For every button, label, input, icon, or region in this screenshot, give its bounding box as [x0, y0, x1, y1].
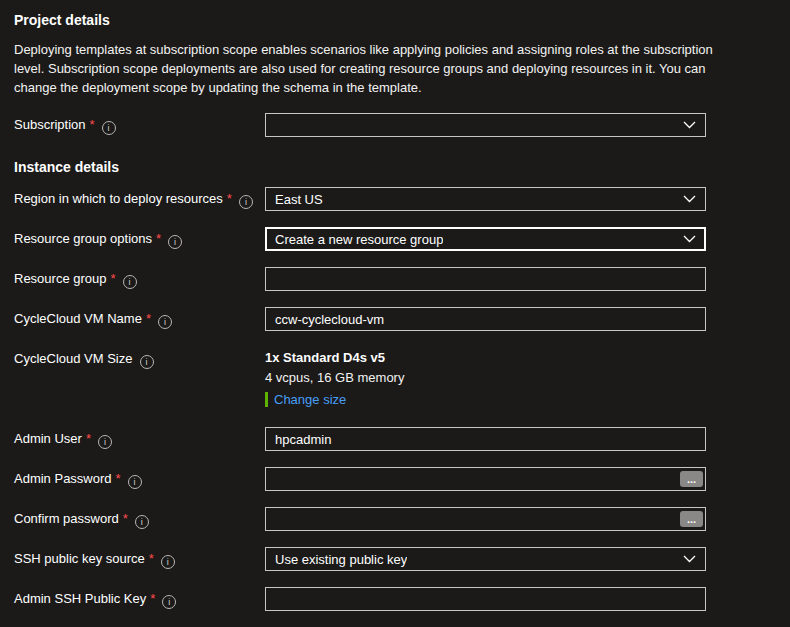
- required-asterisk: *: [146, 311, 151, 326]
- confirm-password-input[interactable]: [265, 507, 706, 531]
- required-asterisk: *: [111, 271, 116, 286]
- selection-indicator-bar: [265, 392, 268, 407]
- info-icon[interactable]: i: [123, 275, 137, 289]
- region-label: Region in which to deploy resources: [14, 191, 223, 206]
- instance-details-heading: Instance details: [14, 159, 776, 175]
- chevron-down-icon: [683, 195, 696, 203]
- info-icon[interactable]: i: [239, 195, 253, 209]
- resource-group-options-label: Resource group options: [14, 231, 152, 246]
- info-icon[interactable]: i: [161, 555, 175, 569]
- info-icon[interactable]: i: [158, 315, 172, 329]
- field-row-vm-size: CycleCloud VM Sizei 1x Standard D4s v5 4…: [14, 347, 776, 407]
- field-row-admin-user: Admin User*i: [14, 427, 776, 451]
- ssh-source-label: SSH public key source: [14, 551, 145, 566]
- required-asterisk: *: [86, 431, 91, 446]
- vm-size-specs: 4 vcpus, 16 GB memory: [265, 370, 706, 385]
- password-options-button[interactable]: ...: [680, 511, 703, 527]
- info-icon[interactable]: i: [140, 355, 154, 369]
- confirm-password-label: Confirm password: [14, 511, 119, 526]
- password-options-button[interactable]: ...: [680, 471, 703, 487]
- admin-user-input[interactable]: [265, 427, 706, 451]
- chevron-down-icon: [683, 121, 696, 129]
- info-icon[interactable]: i: [102, 121, 116, 135]
- required-asterisk: *: [227, 191, 232, 206]
- required-asterisk: *: [90, 117, 95, 132]
- subscription-dropdown[interactable]: [265, 113, 706, 137]
- vm-size-label: CycleCloud VM Size: [14, 351, 133, 366]
- resource-group-input[interactable]: [265, 267, 706, 291]
- info-icon[interactable]: i: [162, 595, 176, 609]
- vm-size-display: 1x Standard D4s v5 4 vcpus, 16 GB memory…: [265, 347, 706, 407]
- field-row-resource-group: Resource group*i: [14, 267, 776, 291]
- vm-name-input[interactable]: [265, 307, 706, 331]
- vm-name-label: CycleCloud VM Name: [14, 311, 142, 326]
- subscription-label: Subscription: [14, 117, 86, 132]
- info-icon[interactable]: i: [135, 515, 149, 529]
- admin-user-label: Admin User: [14, 431, 82, 446]
- resource-group-label: Resource group: [14, 271, 107, 286]
- resource-group-options-value: Create a new resource group: [275, 232, 443, 247]
- ssh-source-value: Use existing public key: [275, 552, 407, 567]
- field-row-ssh-source: SSH public key source*i Use existing pub…: [14, 547, 776, 571]
- ssh-key-label: Admin SSH Public Key: [14, 591, 146, 606]
- field-row-subscription: Subscription*i: [14, 113, 776, 137]
- required-asterisk: *: [149, 551, 154, 566]
- field-row-ssh-key: Admin SSH Public Key*i: [14, 587, 776, 611]
- project-details-heading: Project details: [14, 12, 776, 28]
- field-row-region: Region in which to deploy resources*i Ea…: [14, 187, 776, 211]
- info-icon[interactable]: i: [168, 235, 182, 249]
- required-asterisk: *: [116, 471, 121, 486]
- chevron-down-icon: [683, 555, 696, 563]
- field-row-confirm-password: Confirm password*i ...: [14, 507, 776, 531]
- ssh-key-input[interactable]: [265, 587, 706, 611]
- chevron-down-icon: [683, 235, 696, 243]
- change-size-link[interactable]: Change size: [274, 392, 346, 407]
- vm-size-title: 1x Standard D4s v5: [265, 350, 706, 365]
- info-icon[interactable]: i: [128, 475, 142, 489]
- field-row-vm-name: CycleCloud VM Name*i: [14, 307, 776, 331]
- ssh-source-dropdown[interactable]: Use existing public key: [265, 547, 706, 571]
- resource-group-options-dropdown[interactable]: Create a new resource group: [265, 227, 706, 251]
- admin-password-input[interactable]: [265, 467, 706, 491]
- required-asterisk: *: [156, 231, 161, 246]
- required-asterisk: *: [150, 591, 155, 606]
- required-asterisk: *: [123, 511, 128, 526]
- field-row-admin-password: Admin Password*i ...: [14, 467, 776, 491]
- project-details-description: Deploying templates at subscription scop…: [14, 40, 714, 97]
- info-icon[interactable]: i: [98, 435, 112, 449]
- region-dropdown[interactable]: East US: [265, 187, 706, 211]
- admin-password-label: Admin Password: [14, 471, 112, 486]
- region-value: East US: [275, 192, 323, 207]
- field-row-resource-group-options: Resource group options*i Create a new re…: [14, 227, 776, 251]
